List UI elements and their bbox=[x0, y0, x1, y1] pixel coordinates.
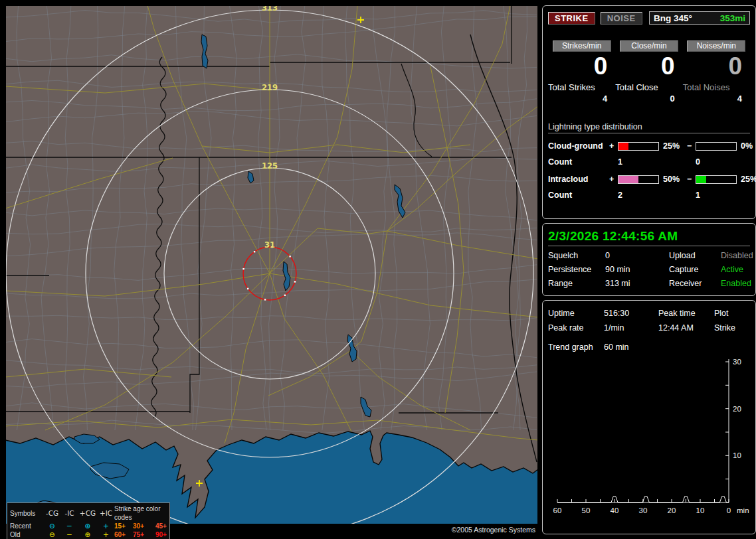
status-row: Persistence 90 min Capture Active bbox=[548, 265, 750, 274]
cg-plus-percent: 25% bbox=[659, 141, 687, 151]
cg-plus-bar bbox=[618, 142, 659, 151]
ic-plus-bar bbox=[618, 175, 659, 184]
svg-text:30: 30 bbox=[733, 358, 741, 366]
strike-symbol-plusminus-ic bbox=[196, 480, 203, 487]
svg-text:30: 30 bbox=[639, 506, 648, 514]
capture-label: Capture bbox=[669, 265, 721, 274]
svg-text:20: 20 bbox=[733, 405, 741, 413]
cg-plus-bar-fill bbox=[618, 143, 628, 150]
receiver-value: Enabled bbox=[721, 279, 751, 288]
ic-plus-percent: 50% bbox=[659, 175, 687, 184]
copyright-text: ©2005 Astrogenic Systems bbox=[452, 526, 535, 534]
squelch-label: Squelch bbox=[548, 251, 605, 260]
age-code-15: 15+ bbox=[114, 522, 133, 530]
noises-column: Noises/min 0 Total Noises 4 bbox=[683, 40, 750, 104]
cg-count-label: Count bbox=[548, 157, 609, 167]
intracloud-row: Intracloud + 50% − 25% bbox=[548, 175, 750, 184]
legend-row-old-label: Old bbox=[10, 530, 43, 539]
noise-button[interactable]: NOISE bbox=[601, 12, 642, 25]
svg-text:10: 10 bbox=[696, 506, 705, 514]
trend-graph-period: 60 min bbox=[604, 340, 750, 354]
ring-tick-dot bbox=[247, 288, 248, 289]
intracloud-count-row: Count 2 1 bbox=[548, 191, 750, 200]
range-ring-label-219: 219 bbox=[262, 83, 278, 92]
intracloud-label: Intracloud bbox=[548, 175, 609, 184]
ic-minus-count: 1 bbox=[696, 191, 737, 200]
cloud-ground-row: Cloud-ground + 25% − 0% bbox=[548, 141, 750, 151]
side-panel: STRIKE NOISE Bng 345° 353mi Strikes/min … bbox=[542, 5, 756, 534]
age-code-45: 45+ bbox=[155, 522, 175, 530]
ic-minus-recent-icon: − bbox=[61, 522, 78, 530]
chattahoochee-river bbox=[470, 35, 537, 462]
cg-minus-bar bbox=[696, 142, 737, 151]
bearing-distance: 353mi bbox=[720, 13, 745, 23]
legend-row-recent-label: Recent bbox=[10, 522, 43, 530]
total-close-label: Total Close bbox=[615, 82, 682, 92]
peak-time-value: 12:44 AM bbox=[658, 321, 714, 335]
cg-minus-recent-icon: ⊖ bbox=[43, 522, 61, 530]
radar-map[interactable]: 31125219313 bbox=[5, 5, 538, 524]
legend-col-cg-pos: +CG bbox=[78, 509, 98, 518]
ic-plus-recent-icon: + bbox=[98, 522, 114, 530]
close-per-min-label: Close/min bbox=[620, 40, 678, 52]
map-legend: Symbols -CG -IC +CG +IC Strike age color… bbox=[7, 502, 170, 539]
cg-minus-count: 0 bbox=[696, 157, 737, 167]
cg-minus-old-icon: ⊖ bbox=[43, 530, 61, 539]
svg-text:20: 20 bbox=[668, 506, 676, 514]
ic-minus-bar bbox=[696, 175, 737, 184]
peak-rate-label: Peak rate bbox=[548, 321, 604, 335]
peak-time-header: Peak time bbox=[658, 306, 714, 321]
plus-sign: + bbox=[609, 175, 618, 184]
upload-value: Disabled bbox=[721, 251, 753, 260]
persistence-label: Persistence bbox=[548, 265, 605, 274]
legend-col-ic-pos: +IC bbox=[98, 509, 114, 518]
range-label: Range bbox=[548, 279, 605, 288]
ring-tick-dot bbox=[254, 251, 255, 252]
bearing-value: Bng 345° bbox=[654, 13, 692, 23]
total-strikes-label: Total Strikes bbox=[548, 82, 615, 92]
ic-plus-count: 2 bbox=[618, 191, 659, 200]
cg-plus-count: 1 bbox=[618, 157, 659, 167]
ring-tick-dot bbox=[294, 281, 296, 282]
cg-minus-percent: 0% bbox=[737, 141, 753, 151]
cg-plus-recent-icon: ⊕ bbox=[78, 522, 98, 530]
legend-col-cg-neg: -CG bbox=[43, 509, 61, 518]
trend-graph-row: Trend graph 60 min bbox=[548, 340, 750, 354]
status-box: 2/3/2026 12:44:56 AM Squelch 0 Upload Di… bbox=[542, 223, 756, 296]
age-code-90: 90+ bbox=[155, 530, 175, 539]
ring-tick-dot bbox=[264, 299, 266, 300]
ring-tick-dot bbox=[242, 268, 244, 270]
status-row: Range 313 mi Receiver Enabled bbox=[548, 279, 750, 288]
svg-text:min: min bbox=[737, 506, 749, 514]
bearing-display: Bng 345° 353mi bbox=[649, 11, 750, 25]
ic-minus-bar-fill bbox=[696, 176, 706, 183]
total-noises-label: Total Noises bbox=[683, 82, 750, 92]
peak-rate-value: 1/min bbox=[604, 321, 658, 335]
receiver-label: Receiver bbox=[669, 279, 721, 288]
age-code-30: 30+ bbox=[133, 522, 155, 530]
capture-value: Active bbox=[721, 265, 750, 274]
legend-age-header: Strike age color codes bbox=[114, 504, 175, 522]
noises-per-min-label: Noises/min bbox=[687, 40, 745, 52]
age-code-60: 60+ bbox=[114, 530, 133, 539]
close-per-min-value: 0 bbox=[615, 52, 682, 80]
strike-button[interactable]: STRIKE bbox=[548, 12, 595, 25]
legend-symbols-header: Symbols bbox=[10, 509, 43, 518]
plus-sign: + bbox=[609, 141, 618, 151]
ic-plus-bar-fill bbox=[618, 176, 638, 183]
trend-chart: 1020306050403020100min bbox=[548, 355, 751, 518]
strike-symbols bbox=[196, 17, 364, 487]
minus-sign: − bbox=[687, 141, 696, 151]
uptime-label: Uptime bbox=[548, 306, 604, 321]
svg-text:60: 60 bbox=[553, 506, 562, 514]
ring-tick-dot bbox=[284, 295, 286, 296]
mississippi-river bbox=[151, 57, 166, 418]
distribution-title: Lightning type distribution bbox=[548, 122, 750, 133]
persistence-value: 90 min bbox=[605, 265, 669, 274]
total-close-value: 0 bbox=[615, 94, 682, 104]
stats-box: Uptime 516:30 Peak time Plot Peak rate 1… bbox=[542, 300, 756, 534]
range-ring-label-125: 125 bbox=[262, 161, 278, 171]
ring-tick-dot bbox=[289, 256, 290, 257]
squelch-value: 0 bbox=[605, 251, 669, 260]
legend-col-ic-neg: -IC bbox=[61, 509, 78, 518]
